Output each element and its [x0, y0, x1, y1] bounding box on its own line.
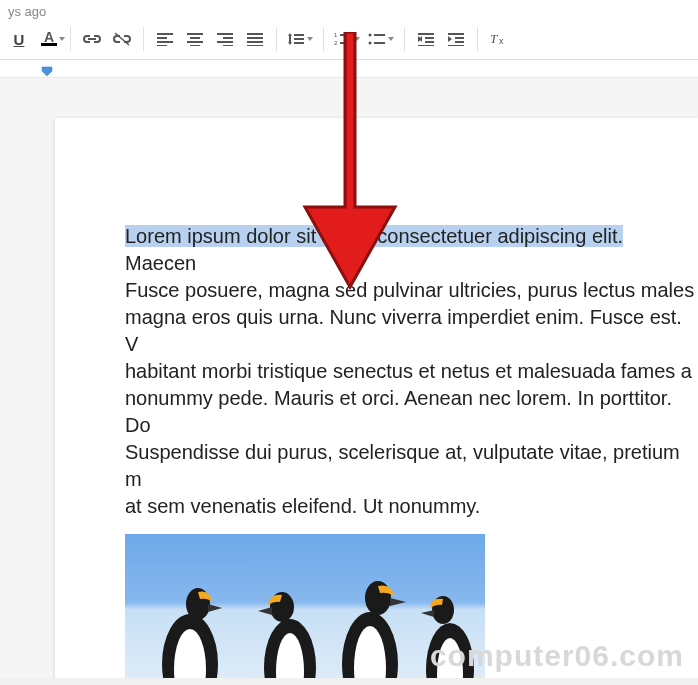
unlink-icon: [113, 32, 131, 46]
align-right-button[interactable]: [210, 25, 240, 53]
bulleted-list-button[interactable]: [364, 25, 398, 53]
svg-point-4: [369, 42, 372, 45]
bulleted-list-icon: [368, 32, 386, 46]
align-left-button[interactable]: [150, 25, 180, 53]
selected-text[interactable]: Lorem ipsum dolor sit amet, consectetuer…: [125, 225, 623, 247]
chevron-down-icon: [59, 37, 65, 41]
clear-formatting-icon: Tx: [490, 32, 508, 46]
last-edit-fragment: ys ago: [8, 4, 46, 19]
remove-link-button[interactable]: [107, 25, 137, 53]
underline-icon: U: [14, 31, 25, 48]
chevron-down-icon: [388, 37, 394, 41]
line-spacing-button[interactable]: [283, 25, 317, 53]
body-text[interactable]: magna eros quis urna. Nunc viverra imper…: [125, 306, 682, 355]
chevron-down-icon: [354, 37, 360, 41]
increase-indent-button[interactable]: [441, 25, 471, 53]
chevron-down-icon: [307, 37, 313, 41]
penguins-image-icon: [125, 534, 485, 678]
numbered-list-icon: 12: [334, 32, 352, 46]
body-text[interactable]: habitant morbi tristique senectus et net…: [125, 360, 692, 382]
header-subtitle: ys ago: [0, 0, 698, 19]
align-center-icon: [187, 32, 203, 46]
document-page[interactable]: Lorem ipsum dolor sit amet, consectetuer…: [55, 118, 698, 678]
indent-marker-icon[interactable]: [40, 66, 54, 78]
text-color-button[interactable]: A: [34, 25, 64, 53]
document-image[interactable]: [125, 534, 485, 678]
ruler: [0, 60, 698, 78]
svg-text:1: 1: [334, 32, 338, 38]
body-text[interactable]: Fusce posuere, magna sed pulvinar ultric…: [125, 279, 694, 301]
underline-button[interactable]: U: [4, 25, 34, 53]
svg-text:x: x: [499, 36, 504, 46]
svg-line-0: [115, 33, 129, 45]
decrease-indent-button[interactable]: [411, 25, 441, 53]
body-text[interactable]: at sem venenatis eleifend. Ut nonummy.: [125, 495, 480, 517]
document-paragraph[interactable]: Lorem ipsum dolor sit amet, consectetuer…: [125, 223, 698, 520]
svg-text:2: 2: [334, 40, 338, 46]
align-right-icon: [217, 32, 233, 46]
align-justify-icon: [247, 32, 263, 46]
align-center-button[interactable]: [180, 25, 210, 53]
body-text[interactable]: Maecen: [125, 252, 196, 274]
formatting-toolbar: U A 12: [0, 19, 698, 60]
body-text[interactable]: nonummy pede. Mauris et orci. Aenean nec…: [125, 387, 672, 436]
body-text[interactable]: Suspendisse dui purus, scelerisque at, v…: [125, 441, 680, 490]
line-spacing-icon: [287, 32, 305, 46]
increase-indent-icon: [448, 32, 464, 46]
numbered-list-button[interactable]: 12: [330, 25, 364, 53]
link-icon: [83, 32, 101, 46]
decrease-indent-icon: [418, 32, 434, 46]
document-canvas: Lorem ipsum dolor sit amet, consectetuer…: [0, 78, 698, 678]
separator: [276, 27, 277, 51]
align-left-icon: [157, 32, 173, 46]
separator: [70, 27, 71, 51]
clear-formatting-button[interactable]: Tx: [484, 25, 514, 53]
separator: [143, 27, 144, 51]
svg-text:T: T: [490, 32, 498, 46]
separator: [477, 27, 478, 51]
svg-point-3: [369, 34, 372, 37]
insert-link-button[interactable]: [77, 25, 107, 53]
separator: [323, 27, 324, 51]
separator: [404, 27, 405, 51]
align-justify-button[interactable]: [240, 25, 270, 53]
